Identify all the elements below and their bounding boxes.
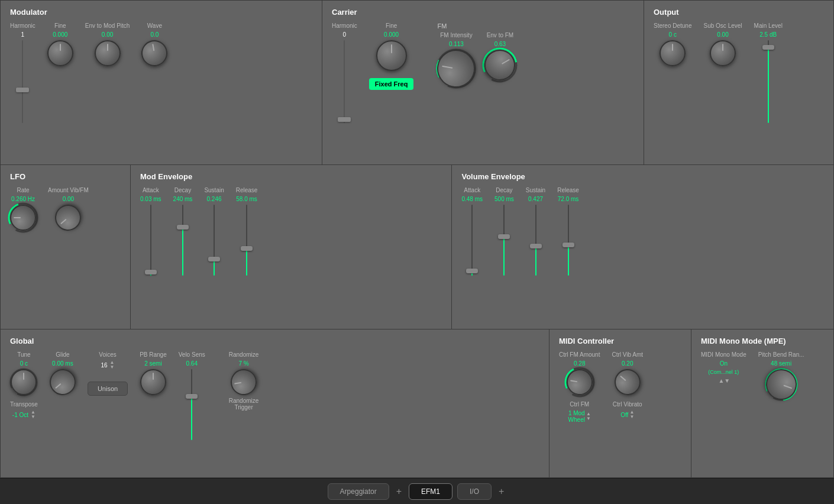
h-thumb[interactable] [16,88,29,92]
unison-button[interactable]: Unison [88,382,128,396]
midi-mono-arrows[interactable]: ▲▼ [718,379,730,383]
vol-decay-thumb[interactable] [498,234,510,239]
pitch-bend-knob[interactable] [761,365,801,405]
vol-sustain-track [535,205,536,276]
tab-io[interactable]: I/O [457,483,492,500]
env-fm-knob-wrap[interactable] [484,50,515,80]
velo-sens-thumb[interactable] [186,394,198,399]
harmonic-slider[interactable] [22,40,23,123]
mod-attack-thumb[interactable] [145,270,157,274]
main-level-slider[interactable] [768,40,769,123]
velo-sens-track [191,369,192,440]
vol-sustain-control: Sustain 0.427 [526,187,545,276]
mod-sustain-track [214,205,215,276]
ctrl-fm-amount-knob-wrap[interactable] [567,369,593,395]
tab-arpeggiator[interactable]: Arpeggiator [328,483,389,500]
mod-env-title: Mod Envelope [140,172,442,181]
pb-range-control: PB Range 2 semi [140,351,167,395]
lfo-rate-knob-wrap[interactable] [10,205,36,231]
add-tab-right[interactable]: + [496,486,506,497]
glide-label: Glide [56,351,69,358]
env-fm-control: Env to FM 0.63 [484,32,515,80]
tune-knob-wrap[interactable] [11,369,37,395]
mod-decay-thumb[interactable] [177,225,189,230]
fine-value: 0.000 [53,31,67,38]
fine-knob[interactable] [47,40,73,66]
velo-sens-slider[interactable] [191,369,192,440]
voices-arrows[interactable]: ▲▼ [110,360,115,370]
stereo-detune-label: Stereo Detune [654,22,692,29]
ctrl-fm-arrows[interactable]: ▲▼ [586,412,591,421]
env-mod-pitch-label: Env to Mod Pitch [85,22,130,29]
panel-midi-mono: MIDI Mono Mode (MPE) MIDI Mono Mode On (… [691,329,833,477]
vol-sustain-value: 0.427 [528,196,543,202]
fixed-freq-button[interactable]: Fixed Freq [369,78,414,90]
vol-release-thumb[interactable] [563,243,574,247]
pb-range-label: PB Range [140,351,167,358]
row-3: Global Tune 0 c Transpose [1,329,833,477]
mod-attack-slider[interactable] [150,205,151,276]
vol-sustain-thumb[interactable] [530,244,542,248]
carrier-h-thumb[interactable] [338,117,351,122]
vol-sustain-label: Sustain [526,187,545,193]
mod-decay-label: Decay [174,187,191,193]
global-controls: Tune 0 c Transpose -1 Oct ▲▼ [10,351,539,440]
mod-release-thumb[interactable] [241,246,253,251]
fm-intensity-knob[interactable] [434,47,478,91]
lfo-amount-value: 0.00 [63,196,74,202]
vol-release-track [568,205,569,276]
main-level-track [768,40,769,123]
lfo-rate-knob[interactable] [10,205,36,231]
synth-area: Modulator Harmonic 1 Fine [0,0,834,478]
ctrl-fm-amount-value: 0.28 [574,360,585,367]
mod-decay-slider[interactable] [182,205,183,276]
vol-release-fill [568,244,569,276]
panel-carrier: Carrier Harmonic 0 Fine [322,1,644,164]
tune-knob[interactable] [11,369,37,395]
main-level-thumb[interactable] [762,45,774,50]
mod-sustain-control: Sustain 0.246 [204,187,224,276]
mod-decay-value: 240 ms [173,196,193,202]
ctrl-vib-knob[interactable] [609,364,646,400]
wave-value: 0.0 [150,31,159,38]
mod-sustain-thumb[interactable] [208,257,220,261]
mod-sustain-slider[interactable] [214,205,215,276]
pitch-bend-knob-wrap[interactable] [766,369,797,400]
add-tab-left[interactable]: + [394,486,404,497]
pb-range-knob[interactable] [140,369,166,395]
mod-release-track [246,205,247,276]
vol-release-value: 72.0 ms [558,196,579,202]
carrier-harmonic-slider[interactable] [344,40,345,123]
stereo-detune-knob[interactable] [660,40,686,66]
tab-efm1[interactable]: EFM1 [409,483,452,500]
vol-attack-slider[interactable] [471,205,473,276]
carrier-fine-value: 0.000 [384,31,399,38]
glide-knob[interactable] [44,364,81,400]
vol-decay-fill [503,237,505,276]
vol-release-slider[interactable] [568,205,569,276]
carrier-fine-knob[interactable] [376,40,407,71]
wave-knob[interactable] [140,38,170,69]
mod-release-slider[interactable] [246,205,247,276]
velo-sens-label: Velo Sens [179,351,205,358]
ctrl-fm-amount-knob[interactable] [564,367,594,398]
vol-decay-slider[interactable] [503,205,505,276]
midi-mono-mode-value: On [720,360,728,367]
randomize-knob[interactable] [229,367,259,398]
fm-intensity-knob-wrap[interactable] [437,50,475,88]
global-title: Global [10,337,539,345]
transpose-stepper[interactable]: ▲▼ [31,410,35,419]
lfo-amount-knob[interactable] [50,199,86,236]
sub-osc-knob[interactable] [710,40,736,66]
velo-sens-control: Velo Sens 0.64 [179,351,205,440]
vol-attack-thumb[interactable] [466,269,478,273]
tune-label: Tune [17,351,30,358]
env-fm-knob[interactable] [479,44,521,86]
env-mod-pitch-knob[interactable] [95,40,121,66]
ctrl-vibrato-arrows[interactable]: ▲▼ [629,410,634,419]
fm-intensity-label: FM Intensity [440,32,472,38]
mod-attack-label: Attack [143,187,159,193]
fm-controls: FM Intensity 0.113 [437,32,515,88]
randomize-trigger-label: RandomizeTrigger [229,398,259,411]
vol-sustain-slider[interactable] [535,205,536,276]
